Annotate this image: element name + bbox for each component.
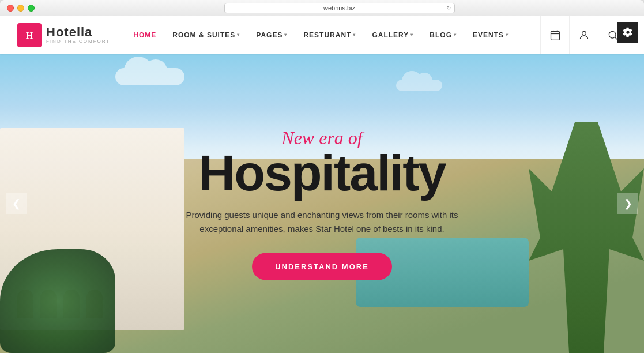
chevron-down-icon: ▾ bbox=[353, 32, 356, 37]
logo[interactable]: H Hotella Find the Comfort bbox=[17, 23, 110, 47]
address-bar[interactable]: webnus.biz ↻ bbox=[224, 3, 455, 13]
refresh-icon[interactable]: ↻ bbox=[446, 5, 451, 11]
nav-item-gallery[interactable]: GALLERY ▾ bbox=[372, 31, 413, 39]
calendar-button[interactable] bbox=[540, 16, 569, 54]
svg-rect-2 bbox=[551, 31, 559, 40]
nav-menu: HOME ROOM & SUITES ▾ PAGES ▾ RESTURANT ▾… bbox=[133, 31, 540, 39]
account-button[interactable] bbox=[569, 16, 598, 54]
maximize-dot[interactable] bbox=[28, 5, 35, 12]
nav-item-home[interactable]: HOME bbox=[133, 31, 156, 39]
search-icon bbox=[607, 29, 619, 41]
cta-button[interactable]: UNDERSTAND MORE bbox=[252, 253, 392, 280]
nav-icons bbox=[540, 16, 627, 54]
hero-next-arrow[interactable]: ❯ bbox=[617, 193, 638, 214]
browser-titlebar: webnus.biz ↻ bbox=[0, 0, 644, 16]
chevron-down-icon: ▾ bbox=[410, 32, 413, 37]
gear-icon bbox=[623, 27, 633, 37]
hero-title: Hospitality bbox=[120, 148, 524, 197]
close-dot[interactable] bbox=[7, 5, 14, 12]
browser-window: webnus.biz ↻ H Hotella bbox=[0, 0, 644, 353]
logo-name: Hotella bbox=[46, 26, 110, 39]
nav-item-restaurant[interactable]: RESTURANT ▾ bbox=[303, 31, 356, 39]
svg-line-8 bbox=[615, 37, 617, 39]
browser-dots bbox=[7, 5, 35, 12]
hero-section: ❮ New era of Hospitality Providing guest… bbox=[0, 54, 644, 353]
logo-tagline: Find the Comfort bbox=[46, 39, 110, 44]
navbar: H Hotella Find the Comfort HOME ROOM & S… bbox=[0, 16, 644, 54]
hero-content: New era of Hospitality Providing guests … bbox=[120, 126, 524, 280]
nav-item-pages[interactable]: PAGES ▾ bbox=[256, 31, 287, 39]
hero-prev-arrow[interactable]: ❮ bbox=[6, 193, 27, 214]
chevron-down-icon: ▾ bbox=[454, 32, 457, 37]
hero-description: Providing guests unique and enchanting v… bbox=[178, 208, 466, 236]
svg-point-7 bbox=[609, 31, 616, 38]
nav-item-events[interactable]: EVENTS ▾ bbox=[473, 31, 509, 39]
chevron-down-icon: ▾ bbox=[506, 32, 509, 37]
url-text: webnus.biz bbox=[323, 5, 355, 12]
user-icon bbox=[578, 29, 590, 41]
svg-point-6 bbox=[582, 31, 586, 35]
nav-item-rooms[interactable]: ROOM & SUITES ▾ bbox=[172, 31, 240, 39]
settings-button[interactable] bbox=[617, 22, 638, 43]
logo-svg: H bbox=[21, 27, 37, 43]
browser-content: H Hotella Find the Comfort HOME ROOM & S… bbox=[0, 16, 644, 353]
nav-item-blog[interactable]: BLOG ▾ bbox=[430, 31, 457, 39]
minimize-dot[interactable] bbox=[17, 5, 24, 12]
calendar-icon bbox=[549, 29, 561, 41]
logo-text: Hotella Find the Comfort bbox=[46, 26, 110, 44]
svg-text:H: H bbox=[26, 31, 33, 40]
chevron-down-icon: ▾ bbox=[237, 32, 240, 37]
chevron-down-icon: ▾ bbox=[284, 32, 287, 37]
logo-icon: H bbox=[17, 23, 42, 47]
